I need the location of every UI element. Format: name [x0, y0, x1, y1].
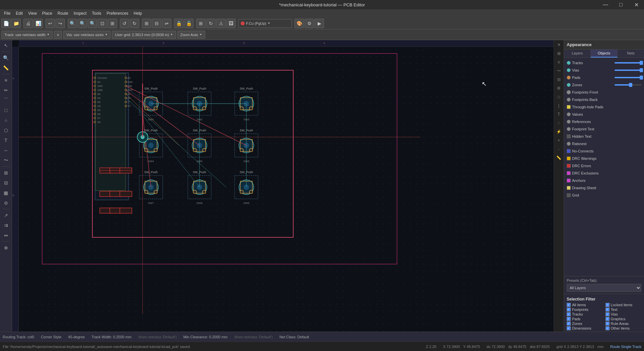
lock-button[interactable]: 🔒: [174, 19, 183, 28]
flip-button[interactable]: ⇌: [162, 19, 171, 28]
script-button[interactable]: ⚙: [305, 19, 314, 28]
add-text-tool[interactable]: T: [1, 136, 11, 145]
route-track-tool[interactable]: ↗: [1, 211, 11, 220]
menu-inspect[interactable]: Inspect: [71, 10, 89, 16]
sel-cb-other[interactable]: [606, 326, 610, 330]
zoom-in-button[interactable]: 🔍: [78, 19, 87, 28]
footprint-button[interactable]: ⊞: [196, 19, 206, 28]
new-button[interactable]: 📄: [1, 19, 11, 28]
sel-cb-zones[interactable]: [567, 322, 571, 326]
inspect-tool[interactable]: 🔍: [1, 53, 11, 63]
color-settings-button[interactable]: 🎨: [295, 19, 304, 28]
plot-button[interactable]: 📊: [33, 19, 43, 28]
update-button[interactable]: ↻: [206, 19, 216, 28]
fp-front-color[interactable]: [567, 90, 571, 94]
close-button[interactable]: ✕: [629, 0, 644, 9]
sel-cb-graphics[interactable]: [606, 317, 610, 321]
grid-tool[interactable]: ≡: [555, 58, 563, 66]
undo-button[interactable]: ↩: [46, 19, 55, 28]
text-tool[interactable]: T: [555, 110, 563, 118]
sel-cb-locked[interactable]: [606, 303, 610, 307]
sel-cb-tracks[interactable]: [567, 312, 571, 316]
presets-select[interactable]: All Layers: [567, 284, 641, 292]
vias-color[interactable]: [567, 68, 571, 72]
select-button[interactable]: ⊞: [142, 19, 151, 28]
ratsnest-color[interactable]: [567, 142, 571, 146]
wave-tool[interactable]: 〜: [555, 67, 563, 75]
measure-tool[interactable]: 📏: [1, 63, 11, 73]
zones-color[interactable]: [567, 83, 571, 87]
refresh2-button[interactable]: ↻: [130, 19, 139, 28]
arrow-tool[interactable]: ↑: [555, 119, 563, 127]
menu-route[interactable]: Route: [55, 10, 71, 16]
tab-objects[interactable]: Objects: [591, 49, 618, 57]
drc-button[interactable]: ⚠: [216, 19, 226, 28]
select2-button[interactable]: ⊟: [152, 19, 161, 28]
draw-circle-tool[interactable]: ○: [1, 116, 11, 125]
menu-tools[interactable]: Tools: [89, 10, 104, 16]
sel-cb-all[interactable]: [567, 303, 571, 307]
refresh-button[interactable]: ↺: [120, 19, 129, 28]
layer-selector[interactable]: F.Cu (PgUp) ▼: [238, 19, 292, 28]
menu-view[interactable]: View: [25, 10, 39, 16]
zoom-fit-button[interactable]: ⊡: [98, 19, 107, 28]
drc-tool[interactable]: ⚡: [555, 128, 563, 136]
references-color[interactable]: [567, 120, 571, 124]
measure2-tool[interactable]: 📏: [555, 154, 563, 162]
add-via-tool[interactable]: ⊕: [1, 243, 11, 252]
track-settings-button[interactable]: ≡: [54, 31, 62, 39]
user-grid-selector[interactable]: User grid: 2.3813 mm (0.0938 in) ▼: [112, 31, 176, 39]
redo-button[interactable]: ↪: [56, 19, 65, 28]
draw-rect-tool[interactable]: □: [1, 106, 11, 115]
drc-err-color[interactable]: [567, 164, 571, 168]
menu-file[interactable]: File: [1, 10, 13, 16]
menu-place[interactable]: Place: [39, 10, 55, 16]
grid-color[interactable]: [567, 193, 571, 197]
board-setup-tool[interactable]: ⊞: [1, 168, 11, 178]
sel-cb-fp[interactable]: [567, 308, 571, 312]
print-button[interactable]: 🖨: [23, 19, 33, 28]
layer-tool[interactable]: ⊟: [555, 76, 563, 84]
values-color[interactable]: [567, 112, 571, 116]
draw-line-tool[interactable]: ✏: [1, 86, 11, 95]
vias-slider[interactable]: [615, 70, 641, 71]
restore-button[interactable]: □: [613, 0, 629, 9]
zoom-out-button[interactable]: 🔍: [88, 19, 97, 28]
via-size-selector[interactable]: Via: use netclass sizes ▼: [63, 31, 110, 39]
drc-excl-color[interactable]: [567, 171, 571, 175]
draw-arc-tool[interactable]: ⌒: [1, 96, 11, 105]
scripting-button[interactable]: ▶: [315, 19, 324, 28]
drc-warn-color[interactable]: [567, 156, 571, 160]
pads-color[interactable]: [567, 76, 571, 80]
sel-cb-pads[interactable]: [567, 317, 571, 321]
pcb-canvas[interactable]: 1 2 3 4 A B: [12, 40, 554, 332]
footprint-tool[interactable]: ⊟: [1, 178, 11, 188]
no-connects-color[interactable]: [567, 149, 571, 153]
fp-text-color[interactable]: [567, 127, 571, 131]
route-diff-tool[interactable]: ⇉: [1, 221, 11, 230]
minimize-button[interactable]: —: [598, 0, 613, 9]
add-dim-tool[interactable]: ↔: [1, 146, 11, 155]
nets-tool[interactable]: 〜: [1, 156, 11, 165]
3d-button[interactable]: 🖼: [226, 19, 236, 28]
snap-tool[interactable]: ✕: [555, 41, 563, 49]
menu-help[interactable]: Help: [131, 10, 145, 16]
draw-poly-tool[interactable]: ⬡: [1, 126, 11, 135]
minus-tool[interactable]: -: [555, 145, 563, 153]
keepout-tool[interactable]: ⊘: [1, 198, 11, 208]
tab-nets[interactable]: Nets: [618, 49, 644, 57]
th-pads-color[interactable]: [567, 105, 571, 109]
mag-tool[interactable]: ⊞: [555, 49, 563, 57]
script2-tool[interactable]: ⚙: [555, 84, 563, 92]
unlock-button[interactable]: 🔓: [184, 19, 193, 28]
drawing-sheet-color[interactable]: [567, 186, 571, 190]
3d-view-tool[interactable]: □: [555, 93, 563, 101]
line-tool[interactable]: |: [555, 102, 563, 110]
tab-layers[interactable]: Layers: [564, 49, 591, 57]
sel-cb-text[interactable]: [606, 308, 610, 312]
tracks-slider[interactable]: [615, 62, 641, 64]
sel-cb-rule-areas[interactable]: [606, 322, 610, 326]
menu-edit[interactable]: Edit: [13, 10, 25, 16]
search-button[interactable]: 🔍: [68, 19, 77, 28]
layers-tool[interactable]: ≡: [1, 76, 11, 85]
